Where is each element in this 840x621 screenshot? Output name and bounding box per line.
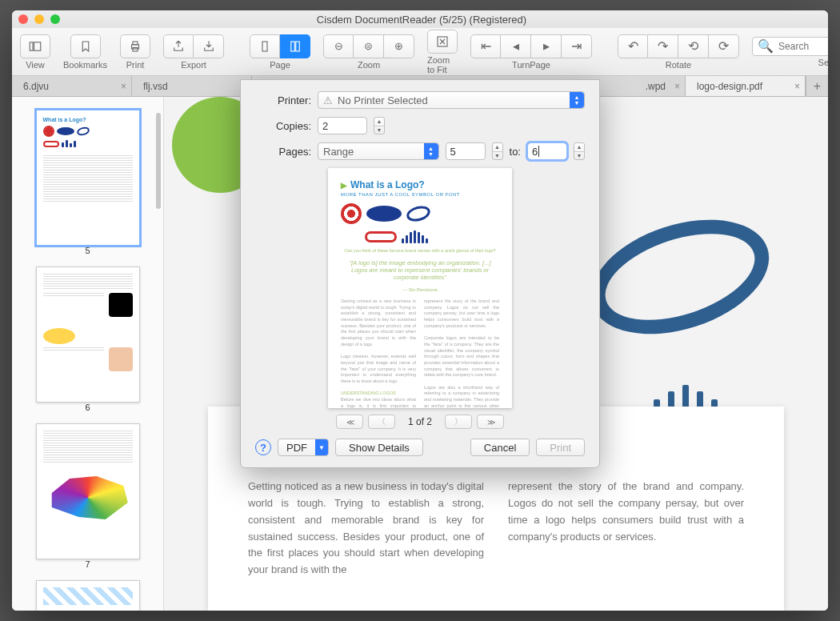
rotate-all-left-button[interactable]: ⟲ <box>678 34 709 58</box>
export-dropdown-button[interactable] <box>194 34 224 58</box>
search-icon: 🔍 <box>758 38 774 54</box>
app-window: Cisdem DocumentReader (5/25) (Registered… <box>12 10 828 611</box>
next-page-button[interactable]: ▸ <box>531 34 562 58</box>
page-single-button[interactable] <box>250 34 280 58</box>
tab-label: logo-design.pdf <box>697 81 762 92</box>
zoom-to-fit-label: Zoom to Fit <box>427 55 458 74</box>
chevron-updown-icon: ▲▼ <box>570 92 584 108</box>
search-field[interactable]: 🔍 <box>752 37 828 56</box>
tab-6-djvu[interactable]: 6.djvu × <box>12 76 132 96</box>
decor-ellipse <box>577 199 784 355</box>
close-window-button[interactable] <box>18 14 28 24</box>
chevron-updown-icon: ▲▼ <box>424 143 438 159</box>
printer-select[interactable]: ⚠︎ No Printer Selected ▲▼ <box>318 91 585 109</box>
export-button[interactable] <box>163 34 194 58</box>
range-to-input[interactable]: 6 <box>527 142 567 160</box>
zoom-label: Zoom <box>358 60 380 70</box>
search-label: Search <box>818 58 828 67</box>
preview-shapes <box>341 203 499 224</box>
tab-label: 6.djvu <box>23 81 49 92</box>
svg-rect-0 <box>30 42 33 50</box>
help-button[interactable]: ? <box>255 439 271 455</box>
prev-page-button[interactable]: ◂ <box>501 34 531 58</box>
bookmarks-button[interactable] <box>70 34 101 58</box>
first-page-button[interactable]: ⇤ <box>470 34 501 58</box>
rotate-all-right-button[interactable]: ⟳ <box>709 34 739 58</box>
rotate-right-button[interactable]: ↷ <box>648 34 678 58</box>
copies-input[interactable]: 2 <box>318 117 367 134</box>
zoom-actual-button[interactable]: ⊜ <box>354 34 384 58</box>
pages-label: Pages: <box>255 146 311 158</box>
minimize-window-button[interactable] <box>34 14 44 24</box>
zoom-window-button[interactable] <box>50 14 60 24</box>
printer-value: No Printer Selected <box>338 94 428 106</box>
preview-subtitle: MORE THAN JUST A COOL SYMBOL OR FONT <box>341 192 499 197</box>
page-column-right: represent the story of the brand and com… <box>508 479 744 579</box>
view-label: View <box>26 60 45 70</box>
page-continuous-button[interactable] <box>280 34 310 58</box>
view-button[interactable] <box>20 34 50 58</box>
pdf-dropdown-button[interactable]: PDF ▼ <box>278 439 329 456</box>
svg-rect-3 <box>133 42 138 45</box>
print-dialog: Printer: ⚠︎ No Printer Selected ▲▼ Copie… <box>240 79 600 468</box>
printer-label: Printer: <box>255 94 311 106</box>
copies-stepper[interactable]: ▲▼ <box>374 117 385 134</box>
search-input[interactable] <box>778 41 828 52</box>
thumbnail-7[interactable]: 7 <box>36 423 140 569</box>
preview-prev-button[interactable]: 〈 <box>368 415 395 429</box>
thumbnail-6[interactable]: 6 <box>36 266 140 412</box>
svg-rect-5 <box>262 42 267 51</box>
preview-next-button[interactable]: 〉 <box>445 415 472 429</box>
rotate-left-button[interactable]: ↶ <box>618 34 648 58</box>
thumbnail-number: 5 <box>36 246 140 255</box>
zoom-out-button[interactable]: ⊖ <box>323 34 354 58</box>
rotate-label: Rotate <box>666 60 691 70</box>
thumbnail-sidebar[interactable]: What is a Logo? 5 6 <box>12 97 164 611</box>
last-page-button[interactable]: ⇥ <box>562 34 592 58</box>
close-icon[interactable]: × <box>121 81 126 92</box>
close-icon[interactable]: × <box>794 81 800 92</box>
thumbnail-image <box>36 423 140 559</box>
new-tab-button[interactable]: + <box>806 76 828 96</box>
thumbnail-5[interactable]: What is a Logo? 5 <box>36 110 140 255</box>
preview-title: What is a Logo? <box>341 179 499 190</box>
pages-mode-value: Range <box>323 146 354 158</box>
print-confirm-button[interactable]: Print <box>536 439 585 456</box>
chevron-down-icon: ▼ <box>315 439 328 455</box>
page-column-left: Getting noticed as a new business in tod… <box>248 479 484 579</box>
pages-mode-select[interactable]: Range ▲▼ <box>318 142 439 160</box>
tab-wpd[interactable]: .wpd × <box>641 76 686 96</box>
turn-page-label: TurnPage <box>512 60 550 70</box>
svg-rect-6 <box>290 42 294 51</box>
preview-last-button[interactable]: ≫ <box>477 415 504 429</box>
export-label: Export <box>181 60 206 70</box>
svg-rect-7 <box>295 42 299 51</box>
window-title: Cisdem DocumentReader (5/25) (Registered… <box>60 14 783 26</box>
cancel-button[interactable]: Cancel <box>470 439 530 456</box>
zoom-to-fit-button[interactable] <box>427 30 458 54</box>
zoom-in-button[interactable]: ⊕ <box>384 34 414 58</box>
preview-page-indicator: 1 of 2 <box>408 416 432 427</box>
tab-label: .wpd <box>646 81 666 92</box>
tab-label: flj.vsd <box>143 81 168 92</box>
tab-logo-design-pdf[interactable]: logo-design.pdf × <box>686 76 806 96</box>
range-from-stepper[interactable]: ▲▼ <box>492 142 503 160</box>
tab-flj-vsd[interactable]: flj.vsd × <box>132 76 252 96</box>
print-label: Print <box>126 60 145 70</box>
preview-quote: "[A logo is] the image embodying an orga… <box>341 259 499 281</box>
thumbnail-image <box>36 580 140 611</box>
warning-icon: ⚠︎ <box>323 94 333 106</box>
range-to-stepper[interactable]: ▲▼ <box>574 142 585 160</box>
print-button[interactable] <box>120 34 150 58</box>
range-from-input[interactable]: 5 <box>446 142 486 160</box>
show-details-button[interactable]: Show Details <box>335 439 423 456</box>
svg-rect-4 <box>133 47 138 51</box>
close-icon[interactable]: × <box>674 81 680 92</box>
to-label: to: <box>510 146 521 158</box>
thumbnail-8[interactable] <box>36 580 140 611</box>
copies-label: Copies: <box>255 120 311 132</box>
thumbnail-image: What is a Logo? <box>36 110 140 246</box>
preview-first-button[interactable]: ≪ <box>336 415 363 429</box>
thumbnail-number: 7 <box>36 559 140 569</box>
svg-rect-1 <box>34 42 41 50</box>
